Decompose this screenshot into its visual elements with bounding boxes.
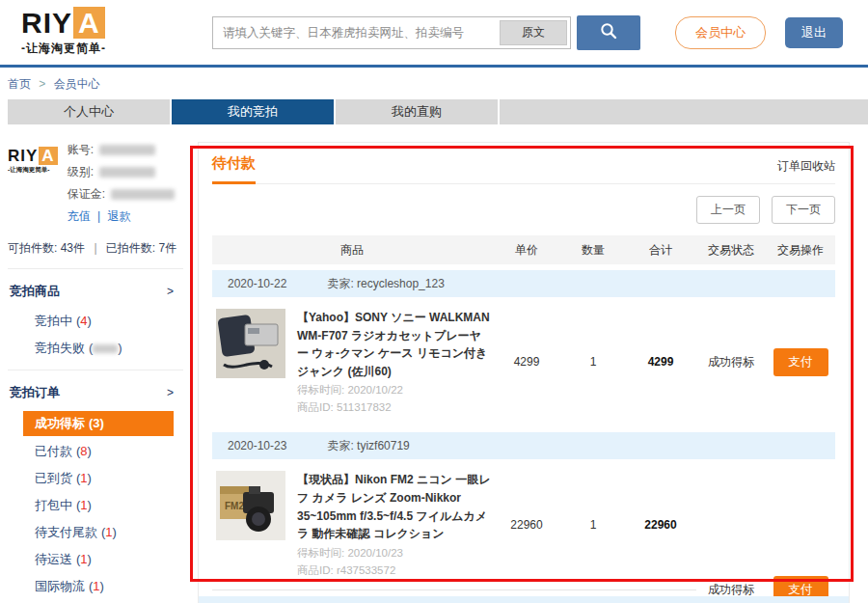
item-label: 待支付尾款 xyxy=(35,525,97,539)
total-price: 4299 xyxy=(648,355,674,369)
col-header-action: 交易操作 xyxy=(766,242,835,259)
sidebar-item-packing[interactable]: 打包中1 xyxy=(8,492,183,519)
sidebar-item-to-ship[interactable]: 待运送1 xyxy=(8,546,183,573)
product-title[interactable]: 【Yahoo】SONY ソニー WALKMAN WM-F707 ラジオカセットプ… xyxy=(297,309,492,380)
product-id-label: 商品ID: xyxy=(297,401,334,413)
product-image[interactable] xyxy=(216,309,285,378)
order-item: FM2 【現状品】Nikon FM2 ニコン 一眼レフ カメラ レンズ Zoom… xyxy=(212,459,696,589)
order-item: 【Yahoo】SONY ソニー WALKMAN WM-F707 ラジオカセットプ… xyxy=(212,297,696,426)
next-order-group-partial xyxy=(199,596,849,603)
bid-count-label: 已拍件数: xyxy=(106,241,155,255)
account-summary: RIYA -让海淘更简单- 账号: 级别: 保证金: 充值 | 退款 xyxy=(8,142,183,225)
sidebar-item-intl-logistics[interactable]: 国际物流1 xyxy=(8,573,183,600)
logo-tagline: -让海淘更简单- xyxy=(21,41,166,57)
svg-text:FM2: FM2 xyxy=(225,501,244,511)
member-center-button[interactable]: 会员中心 xyxy=(675,16,766,49)
sidebar-item-bidding[interactable]: 竞拍中4 xyxy=(8,308,183,335)
breadcrumb-home[interactable]: 首页 xyxy=(8,77,31,91)
link-divider: | xyxy=(97,209,100,223)
unit-price: 22960 xyxy=(510,518,542,532)
pay-button[interactable]: 支付 xyxy=(773,348,828,376)
tab-my-direct-buy[interactable]: 我的直购 xyxy=(336,99,498,124)
product-id-value: r437533572 xyxy=(337,564,395,576)
order-date: 2020-10-23 xyxy=(228,439,286,452)
original-text-button[interactable]: 原文 xyxy=(500,20,567,45)
product-id-value: 511317832 xyxy=(337,401,392,413)
sidebar-section-auction-goods: 竞拍商品 > 竞拍中4 竞拍失败 xyxy=(8,268,183,370)
item-label: 国际物流 xyxy=(35,579,85,593)
seller-name[interactable]: tyizf60719 xyxy=(357,439,410,452)
item-label: 竞拍失败 xyxy=(35,341,85,355)
search-icon xyxy=(599,21,618,43)
sidebar-item-won[interactable]: 成功得标3 xyxy=(23,411,174,436)
won-time-value: 2020/10/22 xyxy=(347,384,403,396)
seller-label: 卖家: xyxy=(327,277,353,290)
breadcrumb-current[interactable]: 会员中心 xyxy=(54,77,100,91)
pending-payment-panel: 待付款 订单回收站 上一页 下一页 商品 单价 数量 合计 交易状态 交易操作 … xyxy=(198,142,850,603)
section-header-auction-orders[interactable]: 竞拍订单 > xyxy=(8,382,183,409)
sidebar-logo-text: RIY xyxy=(8,147,38,165)
seller-name[interactable]: recycleshop_123 xyxy=(357,277,445,290)
header: RIYA -让海淘更简单- 原文 会员中心 退出 xyxy=(0,0,868,68)
item-label: 待运送 xyxy=(35,552,72,566)
tab-my-auction[interactable]: 我的竞拍 xyxy=(172,99,334,124)
item-label: 成功得标 xyxy=(35,416,85,430)
order-row: 【Yahoo】SONY ソニー WALKMAN WM-F707 ラジオカセットプ… xyxy=(212,297,835,426)
sidebar-logo-accent: A xyxy=(39,147,57,165)
search-button[interactable] xyxy=(577,15,640,50)
col-header-unit-price: 单价 xyxy=(492,242,561,259)
item-label: 已到货 xyxy=(35,471,72,485)
sidebar-section-auction-orders: 竞拍订单 > 成功得标3 已付款8 已到货1 打包中1 待支付尾款1 待运送1 xyxy=(8,370,183,603)
refund-link[interactable]: 退款 xyxy=(107,209,130,223)
sidebar-item-paid[interactable]: 已付款8 xyxy=(8,438,183,465)
prev-page-button[interactable]: 上一页 xyxy=(696,196,760,224)
product-id-label: 商品ID: xyxy=(297,564,334,576)
site-logo[interactable]: RIYA -让海淘更简单- xyxy=(21,9,166,57)
account-value-redacted xyxy=(99,145,155,155)
section-title: 竞拍订单 xyxy=(10,384,60,401)
sidebar: RIYA -让海淘更简单- 账号: 级别: 保证金: 充值 | 退款 可拍件数:… xyxy=(8,142,183,603)
won-time-label: 得标时间: xyxy=(297,384,344,396)
tab-personal-center[interactable]: 个人中心 xyxy=(8,99,170,124)
chevron-right-icon: > xyxy=(167,386,174,399)
stats-divider: | xyxy=(94,241,96,255)
sidebar-item-pending-balance[interactable]: 待支付尾款1 xyxy=(8,519,183,546)
chevron-right-icon: > xyxy=(167,285,174,298)
col-header-total: 合计 xyxy=(625,242,696,259)
tab-bar-filler xyxy=(500,99,868,124)
col-header-status: 交易状态 xyxy=(696,242,766,259)
level-label: 级别: xyxy=(68,164,94,180)
next-page-button[interactable]: 下一页 xyxy=(772,196,835,224)
logo-text: RIY xyxy=(21,7,72,39)
logo-accent-letter: A xyxy=(73,7,105,39)
bid-count-value: 7件 xyxy=(159,241,177,255)
count-redacted xyxy=(93,344,118,353)
quantity: 1 xyxy=(590,355,597,369)
won-time-value: 2020/10/23 xyxy=(347,547,403,559)
sidebar-item-arrived[interactable]: 已到货1 xyxy=(8,465,183,492)
order-group-header: 2020-10-22 卖家: recycleshop_123 xyxy=(212,270,835,297)
available-count-value: 43件 xyxy=(61,241,85,255)
available-count-label: 可拍件数: xyxy=(8,241,57,255)
page-title: 待付款 xyxy=(212,154,256,184)
product-title[interactable]: 【現状品】Nikon FM2 ニコン 一眼レフ カメラ レンズ Zoom-Nik… xyxy=(297,471,492,542)
product-image[interactable]: FM2 xyxy=(216,471,285,540)
breadcrumb-separator: > xyxy=(39,77,45,91)
sidebar-item-bid-failed[interactable]: 竞拍失败 xyxy=(8,335,183,362)
item-label: 已付款 xyxy=(35,444,72,458)
table-header: 商品 单价 数量 合计 交易状态 交易操作 xyxy=(212,235,835,264)
bid-quota-stats: 可拍件数: 43件 | 已拍件数: 7件 xyxy=(8,240,183,257)
order-row: FM2 【現状品】Nikon FM2 ニコン 一眼レフ カメラ レンズ Zoom… xyxy=(212,459,835,603)
status-badge: 成功得标 xyxy=(708,354,754,370)
recharge-link[interactable]: 充值 xyxy=(68,209,91,223)
section-header-auction-goods[interactable]: 竞拍商品 > xyxy=(8,281,183,308)
level-value-redacted xyxy=(99,167,155,178)
seller-label: 卖家: xyxy=(327,439,353,452)
tab-bar: 个人中心 我的竞拍 我的直购 xyxy=(8,99,868,124)
total-price: 22960 xyxy=(644,518,676,532)
order-date: 2020-10-22 xyxy=(228,277,286,290)
logout-button[interactable]: 退出 xyxy=(785,17,843,48)
quantity: 1 xyxy=(590,518,597,532)
order-recycle-bin-link[interactable]: 订单回收站 xyxy=(777,154,835,175)
account-label: 账号: xyxy=(68,142,94,158)
